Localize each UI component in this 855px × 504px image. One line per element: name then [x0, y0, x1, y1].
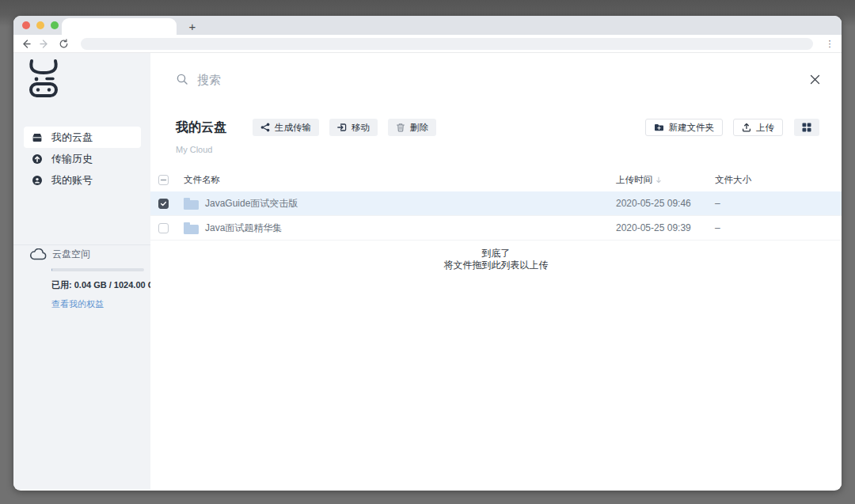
browser-tabstrip: +	[13, 16, 842, 35]
drag-upload-hint: 将文件拖到此列表以上传	[150, 260, 842, 271]
storage-title: 云盘空间	[52, 248, 90, 261]
grid-view-icon	[802, 123, 811, 132]
close-window-button[interactable]	[22, 21, 30, 29]
forward-icon[interactable]	[40, 39, 50, 49]
sidebar-item-label: 传输历史	[51, 152, 93, 166]
move-button[interactable]: 移动	[329, 119, 378, 136]
row-checkbox[interactable]	[158, 199, 169, 209]
upload-button[interactable]: 上传	[733, 119, 783, 136]
file-row[interactable]: Java面试题精华集 2020-05-25 09:39 –	[150, 216, 842, 241]
upload-icon	[742, 123, 751, 132]
generate-transfer-button[interactable]: 生成传输	[253, 119, 319, 136]
file-size: –	[715, 198, 720, 209]
search-input[interactable]	[197, 73, 809, 86]
main-panel: 我的云盘 生成传输	[150, 53, 842, 490]
folder-icon	[184, 198, 199, 210]
storage-progress-bar	[51, 268, 144, 271]
ox-logo-icon	[25, 57, 62, 100]
zoom-window-button[interactable]	[51, 21, 59, 29]
browser-window: + ⋮	[13, 16, 842, 491]
sidebar-menu: 我的云盘 传输历史	[24, 127, 141, 191]
search-icon	[176, 73, 188, 85]
storage-progress-fill	[51, 268, 52, 271]
move-icon	[337, 123, 347, 132]
table-header: 文件名称 上传时间 文件大小	[150, 168, 842, 191]
sidebar: 我的云盘 传输历史	[13, 53, 150, 490]
check-icon	[160, 200, 167, 207]
close-icon[interactable]	[809, 74, 821, 85]
file-time: 2020-05-25 09:39	[616, 222, 691, 233]
delete-button[interactable]: 删除	[388, 119, 436, 136]
transfer-history-icon	[32, 153, 43, 165]
address-bar[interactable]	[81, 38, 813, 50]
sidebar-item-label: 我的云盘	[51, 131, 93, 145]
benefits-link[interactable]: 查看我的权益	[51, 298, 144, 310]
list-end-message: 到底了 将文件拖到此列表以上传	[150, 248, 842, 271]
select-all-checkbox[interactable]	[158, 175, 169, 185]
storage-panel: 云盘空间 已用: 0.04 GB / 1024.00 GB 查看我的权益	[30, 248, 144, 310]
search-row	[176, 68, 821, 90]
row-checkbox[interactable]	[158, 223, 169, 233]
sidebar-item-transfer-history[interactable]: 传输历史	[24, 148, 141, 169]
cloud-icon	[30, 248, 47, 260]
trash-icon	[396, 123, 405, 132]
list-end-line1: 到底了	[150, 248, 842, 260]
file-row[interactable]: JavaGuide面试突击版 2020-05-25 09:46 –	[150, 191, 842, 216]
storage-usage-text: 已用: 0.04 GB / 1024.00 GB	[51, 279, 144, 291]
file-name[interactable]: JavaGuide面试突击版	[205, 197, 298, 210]
refresh-icon[interactable]	[59, 39, 69, 49]
share-icon	[260, 123, 270, 132]
window-controls	[22, 21, 59, 29]
minimize-window-button[interactable]	[36, 21, 44, 29]
back-icon[interactable]	[21, 39, 31, 49]
new-folder-button[interactable]: 新建文件夹	[645, 119, 724, 136]
folder-plus-icon	[654, 123, 664, 132]
file-size: –	[715, 222, 720, 233]
folder-icon	[184, 222, 199, 234]
file-time: 2020-05-25 09:46	[616, 198, 691, 209]
column-header-time[interactable]: 上传时间	[616, 174, 715, 186]
account-icon	[32, 175, 43, 186]
new-tab-button[interactable]: +	[183, 18, 202, 35]
browser-navbar: ⋮	[13, 35, 842, 53]
column-header-name[interactable]: 文件名称	[184, 174, 616, 186]
file-name[interactable]: Java面试题精华集	[205, 222, 282, 235]
file-list: 文件名称 上传时间 文件大小	[150, 168, 842, 271]
browser-tab[interactable]	[62, 18, 177, 35]
sort-desc-icon	[656, 176, 662, 184]
indeterminate-icon	[160, 176, 167, 184]
desktop-frame: + ⋮	[0, 0, 855, 504]
app-root: 我的云盘 传输历史	[13, 53, 842, 490]
sidebar-item-my-account[interactable]: 我的账号	[24, 169, 141, 191]
sidebar-divider	[13, 244, 150, 245]
sidebar-item-my-cloud[interactable]: 我的云盘	[24, 127, 141, 148]
sidebar-item-label: 我的账号	[51, 173, 93, 188]
drive-icon	[32, 132, 43, 143]
browser-menu-icon[interactable]: ⋮	[825, 42, 834, 45]
page-title: 我的云盘	[176, 119, 226, 136]
grid-view-button[interactable]	[794, 119, 819, 136]
column-header-size[interactable]: 文件大小	[715, 174, 842, 186]
page-subtitle: My Cloud	[176, 145, 212, 154]
toolbar: 我的云盘 生成传输	[176, 119, 819, 136]
